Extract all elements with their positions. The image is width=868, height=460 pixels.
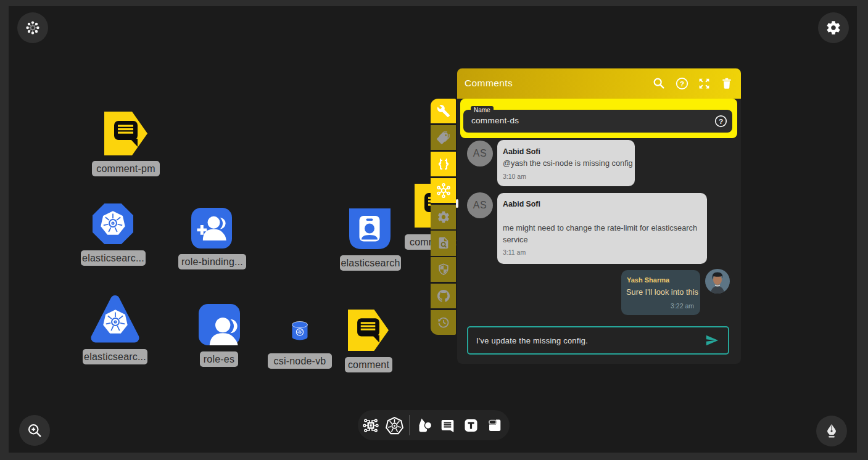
svg-text:?: ?	[719, 117, 723, 126]
svg-text:?: ?	[680, 80, 684, 88]
